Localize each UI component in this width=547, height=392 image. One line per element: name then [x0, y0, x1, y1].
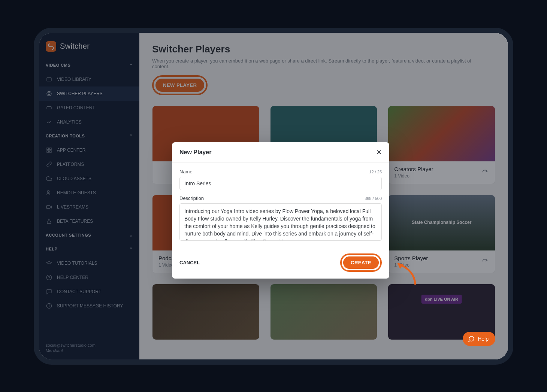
sidebar-item-label: VIDEO LIBRARY	[57, 77, 91, 82]
sidebar-item-video-library[interactable]: VIDEO LIBRARY	[39, 72, 139, 86]
sidebar-item-cloud-assets[interactable]: CLOUD ASSETS	[39, 171, 139, 186]
ticket-icon	[46, 104, 52, 111]
description-input[interactable]	[179, 203, 382, 241]
tablet-frame: Switcher VIDEO CMS ⌃ VIDEO LIBRARY SWITC…	[34, 28, 513, 365]
svg-rect-5	[47, 148, 49, 150]
player-card-meta: 1 Video	[394, 173, 433, 179]
cloud-icon	[46, 175, 52, 182]
svg-point-3	[48, 92, 50, 94]
new-player-modal: New Player ✕ Name 12 / 25 Description 36…	[172, 142, 389, 279]
close-icon[interactable]: ✕	[376, 148, 382, 157]
share-icon[interactable]	[481, 168, 489, 176]
sidebar: Switcher VIDEO CMS ⌃ VIDEO LIBRARY SWITC…	[39, 33, 139, 359]
player-card-body: Creators Player1 Video	[388, 161, 495, 184]
svg-rect-0	[47, 78, 51, 81]
nav-section-label: CREATION TOOLS	[46, 134, 85, 138]
nav-section-account-settings[interactable]: ACCOUNT SETTINGS ⌄	[39, 228, 139, 242]
sidebar-item-video-tutorials[interactable]: VIDEO TUTORIALS	[39, 256, 139, 270]
svg-point-2	[47, 91, 51, 96]
create-button-highlight: CREATE	[340, 253, 382, 272]
sidebar-item-label: SUPPORT MESSAGE HISTORY	[57, 303, 123, 309]
modal-header: New Player ✕	[172, 142, 389, 163]
sidebar-item-app-center[interactable]: APP CENTER	[39, 143, 139, 157]
chat-bubble-icon	[468, 335, 475, 342]
player-card-body: Sports Player1 Video	[388, 250, 495, 273]
sidebar-item-support-history[interactable]: SUPPORT MESSAGE HISTORY	[39, 299, 139, 313]
sidebar-item-label: REMOTE GUESTS	[57, 190, 96, 195]
sidebar-item-platforms[interactable]: PLATFORMS	[39, 157, 139, 171]
player-card[interactable]: Creators Player1 Video	[388, 106, 495, 184]
sidebar-item-analytics[interactable]: ANALYTICS	[39, 115, 139, 129]
name-input[interactable]	[179, 177, 382, 190]
player-card[interactable]	[270, 284, 378, 340]
player-thumbnail	[388, 195, 495, 250]
nav-section-video-cms[interactable]: VIDEO CMS ⌃	[39, 58, 139, 72]
svg-rect-8	[49, 151, 51, 152]
cancel-button[interactable]: CANCEL	[179, 260, 200, 265]
chevron-up-icon: ⌃	[129, 63, 133, 68]
sidebar-item-remote-guests[interactable]: REMOTE GUESTS	[39, 186, 139, 200]
sidebar-item-contact-support[interactable]: CONTACT SUPPORT	[39, 285, 139, 299]
svg-rect-7	[47, 151, 49, 152]
name-label: Name	[179, 169, 193, 174]
modal-title: New Player	[179, 149, 211, 156]
chevron-up-icon: ⌃	[129, 247, 133, 252]
sidebar-item-label: CONTACT SUPPORT	[57, 289, 101, 294]
modal-body: Name 12 / 25 Description 368 / 500	[172, 163, 389, 248]
nav-section-creation-tools[interactable]: CREATION TOOLS ⌃	[39, 129, 139, 143]
flask-icon	[46, 218, 52, 225]
player-thumbnail	[271, 284, 377, 340]
sidebar-item-label: CLOUD ASSETS	[57, 176, 91, 181]
player-thumbnail	[388, 106, 495, 161]
description-label: Description	[179, 195, 204, 201]
sidebar-item-beta-features[interactable]: BETA FEATURES	[39, 214, 139, 228]
sidebar-item-livestreams[interactable]: LIVESTREAMS	[39, 200, 139, 214]
sidebar-item-gated-content[interactable]: GATED CONTENT	[39, 101, 139, 115]
svg-rect-10	[46, 206, 50, 209]
sidebar-footer: social@switcherstudio.com Merchant	[39, 336, 139, 359]
chart-icon	[46, 119, 52, 125]
film-icon	[46, 76, 52, 83]
sidebar-item-label: APP CENTER	[57, 148, 85, 153]
question-icon	[46, 274, 52, 281]
player-card[interactable]: Sports Player1 Video	[388, 195, 495, 273]
app-viewport: Switcher VIDEO CMS ⌃ VIDEO LIBRARY SWITC…	[39, 33, 508, 359]
sidebar-item-help-center[interactable]: HELP CENTER	[39, 270, 139, 285]
spiral-icon	[46, 90, 52, 97]
nav-section-label: VIDEO CMS	[46, 63, 70, 67]
brand-logo[interactable]: Switcher	[39, 33, 139, 58]
account-email: social@switcherstudio.com	[46, 343, 133, 347]
player-card[interactable]	[152, 284, 260, 340]
help-chip[interactable]: Help	[463, 332, 495, 346]
create-button[interactable]: CREATE	[343, 256, 379, 269]
logo-icon	[46, 41, 56, 52]
clock-icon	[46, 303, 52, 309]
sidebar-item-label: LIVESTREAMS	[57, 204, 88, 210]
chat-icon	[46, 288, 52, 295]
help-chip-label: Help	[478, 336, 489, 342]
grad-icon	[46, 260, 52, 267]
nav-section-help[interactable]: HELP ⌃	[39, 242, 139, 256]
chevron-down-icon: ⌄	[129, 233, 133, 238]
link-icon	[46, 161, 52, 168]
name-counter: 12 / 25	[369, 170, 382, 174]
new-player-button-highlight: NEW PLAYER	[152, 75, 208, 95]
svg-point-9	[47, 191, 49, 192]
sidebar-item-label: ANALYTICS	[57, 119, 82, 125]
chevron-up-icon: ⌃	[129, 134, 133, 139]
new-player-button[interactable]: NEW PLAYER	[155, 79, 204, 92]
player-thumbnail	[152, 284, 259, 340]
sidebar-item-label: HELP CENTER	[57, 275, 88, 280]
sidebar-item-label: VIDEO TUTORIALS	[57, 261, 97, 266]
page-title: Switcher Players	[152, 43, 495, 55]
camera-icon	[46, 204, 52, 210]
modal-footer: CANCEL CREATE	[172, 248, 389, 279]
sidebar-item-label: BETA FEATURES	[57, 219, 93, 224]
people-icon	[46, 189, 52, 196]
description-counter: 368 / 500	[365, 196, 382, 201]
sidebar-item-switcher-players[interactable]: SWITCHER PLAYERS	[39, 86, 139, 101]
sidebar-item-label: GATED CONTENT	[57, 105, 95, 110]
nav-section-label: ACCOUNT SETTINGS	[46, 233, 91, 237]
nav-section-label: HELP	[46, 247, 57, 251]
share-icon[interactable]	[481, 257, 489, 265]
